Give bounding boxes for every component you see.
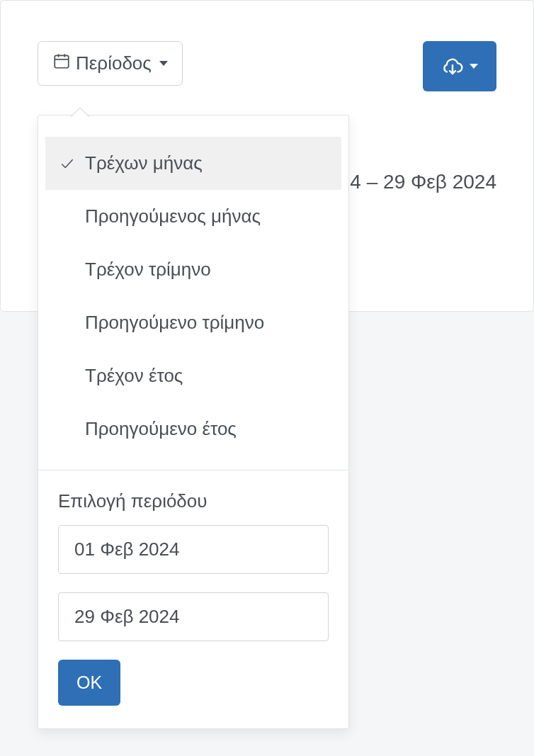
topbar: Περίοδος (38, 41, 496, 91)
dropdown-item-label: Προηγούμενο έτος (85, 418, 237, 440)
dropdown-item-2[interactable]: Τρέχον τρίμηνο (45, 243, 341, 296)
dropdown-item-label: Τρέχων μήνας (85, 152, 203, 174)
dropdown-item-3[interactable]: Προηγούμενο τρίμηνο (45, 296, 341, 349)
period-button[interactable]: Περίοδος (38, 41, 183, 86)
date-from-input[interactable] (58, 525, 329, 574)
custom-period-section: Επιλογή περιόδου OK (38, 470, 348, 728)
period-button-label: Περίοδος (76, 52, 152, 74)
period-dropdown: Τρέχων μήναςΠροηγούμενος μήναςΤρέχον τρί… (38, 115, 349, 729)
chevron-down-icon (159, 61, 168, 66)
calendar-icon (52, 52, 71, 75)
dropdown-list: Τρέχων μήναςΠροηγούμενος μήναςΤρέχον τρί… (38, 115, 348, 470)
dropdown-item-label: Τρέχον έτος (85, 365, 183, 387)
dropdown-item-4[interactable]: Τρέχον έτος (45, 349, 341, 402)
ok-button[interactable]: OK (58, 660, 120, 706)
svg-rect-0 (55, 55, 69, 67)
chevron-down-icon (470, 64, 478, 69)
dropdown-item-0[interactable]: Τρέχων μήνας (45, 137, 341, 190)
custom-period-title: Επιλογή περιόδου (58, 490, 329, 512)
main-card: Περίοδος 01 Φεβ 2024 – 29 Φεβ 2024 Τρέχω… (0, 0, 534, 312)
dropdown-item-label: Προηγούμενος μήνας (85, 205, 261, 227)
dropdown-item-label: Τρέχον τρίμηνο (85, 259, 211, 281)
date-to-input[interactable] (58, 592, 329, 641)
dropdown-item-5[interactable]: Προηγούμενο έτος (45, 402, 341, 456)
cloud-download-icon (441, 54, 464, 79)
dropdown-arrow (70, 107, 90, 117)
dropdown-item-label: Προηγούμενο τρίμηνο (85, 312, 264, 334)
check-icon (58, 156, 76, 171)
download-button[interactable] (423, 41, 496, 91)
dropdown-item-1[interactable]: Προηγούμενος μήνας (45, 190, 341, 243)
